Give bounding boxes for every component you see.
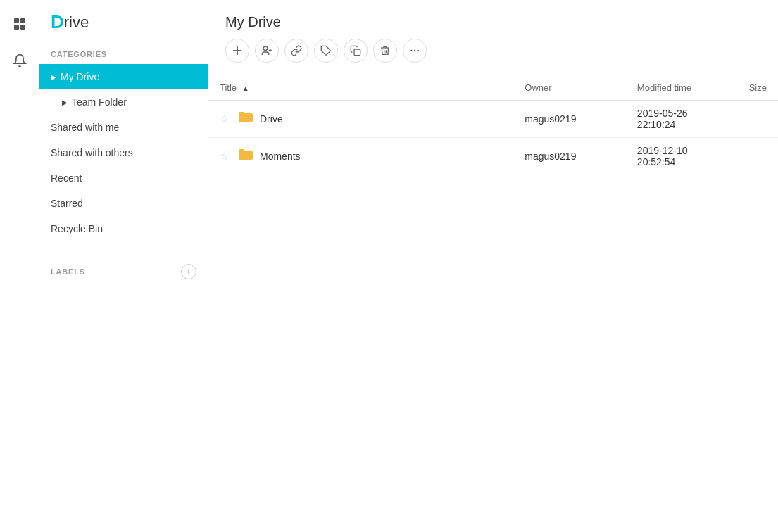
sidebar-item-shared-with-me[interactable]: Shared with me [39,115,208,140]
sidebar-item-shared-with-others[interactable]: Shared with others [39,140,208,165]
file-modified-cell: 2019-05-26 22:10:24 [626,101,738,138]
sidebar-item-label: Shared with me [51,122,119,133]
file-name: Drive [260,113,283,125]
add-person-button[interactable] [255,39,279,63]
chevron-icon: ▶ [51,73,56,81]
file-owner-cell: magus0219 [513,138,626,175]
svg-point-12 [414,50,415,51]
sidebar-item-label: Shared with others [51,147,133,158]
file-name: Moments [260,151,301,162]
owner-column-header[interactable]: Owner [513,75,626,101]
table-row[interactable]: ☆ Moments magus0219 2019-12-10 20:52:54 [208,138,778,175]
copy-button[interactable] [344,39,368,63]
table-row[interactable]: ☆ Drive magus0219 2019-05-26 22:10:24 [208,101,778,138]
title-column-header[interactable]: Title ▲ [208,75,513,101]
main-content: My Drive [208,0,778,532]
svg-point-13 [418,50,418,51]
sidebar-item-recycle-bin[interactable]: Recycle Bin [39,216,208,241]
sidebar-item-label: Recent [51,172,82,184]
grid-icon[interactable] [7,11,32,37]
file-table-wrapper: Title ▲ Owner Modified time Size [208,75,778,532]
star-icon[interactable]: ☆ [220,113,229,125]
file-table-body: ☆ Drive magus0219 2019-05-26 22:10:24 ☆ [208,101,778,175]
modified-column-header[interactable]: Modified time [626,75,738,101]
tag-button[interactable] [314,39,338,63]
sidebar: Drive CATEGORIES ▶ My Drive ▶ Team Folde… [39,0,208,532]
more-button[interactable] [403,39,427,63]
bell-icon[interactable] [7,48,32,73]
sidebar-item-label: Starred [51,198,83,209]
folder-icon [239,148,253,165]
folder-icon [239,111,253,127]
star-icon[interactable]: ☆ [220,151,229,162]
app-logo: Drive [39,11,208,44]
sidebar-item-label: Team Folder [72,96,127,108]
sidebar-item-team-folder[interactable]: ▶ Team Folder [39,89,208,115]
svg-rect-10 [354,49,360,56]
table-header: Title ▲ Owner Modified time Size [208,75,778,101]
sidebar-item-recent[interactable]: Recent [39,165,208,191]
page-title: My Drive [225,14,761,30]
add-button[interactable] [225,39,249,63]
sidebar-item-label: Recycle Bin [51,223,103,234]
file-name-cell: ☆ Drive [208,101,513,138]
sidebar-item-label: My Drive [61,71,99,82]
sort-arrow-icon: ▲ [242,84,249,92]
chevron-icon: ▶ [62,99,68,106]
labels-title: LABELS [51,267,85,276]
logo-suffix: rive [64,13,89,32]
file-modified-cell: 2019-12-10 20:52:54 [626,138,738,175]
categories-label: CATEGORIES [39,44,208,64]
labels-section: LABELS + [39,258,208,285]
file-table: Title ▲ Owner Modified time Size [208,75,778,175]
svg-rect-3 [20,25,25,30]
svg-point-6 [263,46,267,50]
file-size-cell [738,138,778,175]
main-header: My Drive [208,0,778,75]
svg-rect-2 [14,25,19,30]
size-column-header[interactable]: Size [738,75,778,101]
sidebar-item-starred[interactable]: Starred [39,191,208,216]
toolbar [225,39,761,63]
file-owner-cell: magus0219 [513,101,626,138]
link-button[interactable] [284,39,308,63]
sidebar-item-my-drive[interactable]: ▶ My Drive [39,64,208,89]
svg-point-11 [411,50,412,51]
delete-button[interactable] [373,39,397,63]
add-label-button[interactable]: + [181,264,196,279]
icon-bar [0,0,39,532]
svg-rect-1 [20,18,25,23]
logo-d: D [51,11,64,33]
file-size-cell [738,101,778,138]
svg-rect-0 [14,18,19,23]
file-name-cell: ☆ Moments [208,138,513,175]
